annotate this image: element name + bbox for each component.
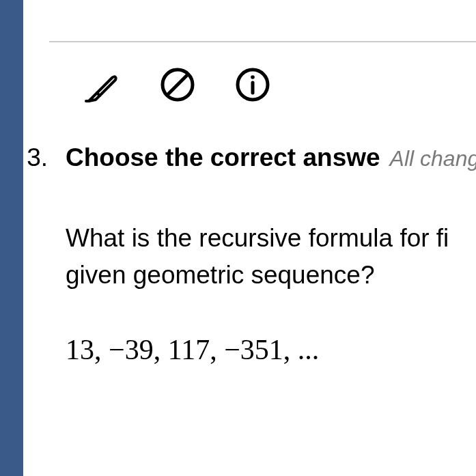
info-icon[interactable] [234,66,272,104]
question-number: 3. [27,143,48,172]
highlighter-icon[interactable] [83,66,122,104]
svg-point-3 [251,75,255,79]
question-prompt-line1: What is the recursive formula for fi [66,220,476,257]
svg-line-1 [167,74,188,96]
question-prompt-line2: given geometric sequence? [66,257,476,294]
question-title: Choose the correct answe [66,143,380,172]
save-status: All chang [390,146,476,171]
left-side-strip [0,0,23,476]
geometric-sequence: 13, −39, 117, −351, ... [66,333,319,366]
toolbar [83,66,272,104]
question-number-gutter: 3. [23,0,49,476]
top-divider [49,41,476,42]
question-body: What is the recursive formula for fi giv… [66,220,476,293]
question-header: Choose the correct answe All chang [49,143,476,172]
block-icon[interactable] [158,66,197,104]
question-content: Choose the correct answe All chang What … [49,0,476,476]
